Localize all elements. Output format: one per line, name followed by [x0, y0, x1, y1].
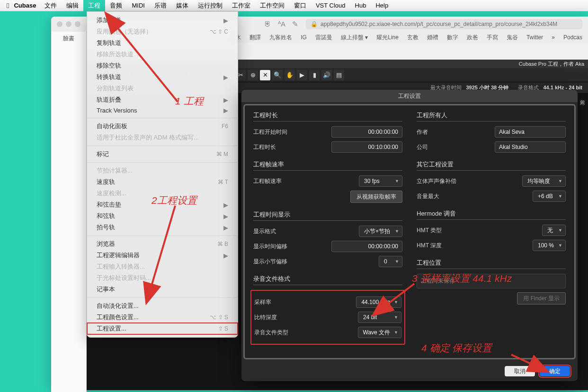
menu-item[interactable]: 自动淡化设置...: [87, 300, 238, 312]
glue-tool-icon[interactable]: ⊕: [248, 70, 258, 80]
lock-icon: 🔒: [311, 21, 318, 27]
menu-edit[interactable]: 编辑: [62, 0, 83, 12]
bookmark-item[interactable]: 玄教: [407, 34, 419, 42]
play-tool-icon[interactable]: ▶: [297, 70, 307, 80]
menu-item[interactable]: 工程设置...⇧ S: [87, 323, 238, 334]
menu-item[interactable]: 工程逻辑编辑器▶: [87, 250, 238, 261]
bookmark-item[interactable]: 婚禮: [427, 34, 438, 42]
menu-item[interactable]: 自动化面板F6: [87, 121, 238, 132]
start-time-input[interactable]: 00:00:00:00: [331, 126, 402, 138]
speaker-icon[interactable]: 🔊: [321, 70, 332, 80]
cancel-button[interactable]: 取消: [505, 366, 535, 376]
menu-score[interactable]: 乐谱: [150, 0, 171, 12]
menu-vstcloud[interactable]: VST Cloud: [311, 0, 350, 11]
annotation-1: 1 工程: [175, 95, 204, 108]
bar-offset-input[interactable]: 0▼: [379, 256, 402, 267]
menu-item[interactable]: 和弦轨▶: [87, 210, 238, 222]
bookmark-item[interactable]: 手寫: [487, 34, 498, 42]
menu-midi[interactable]: MIDI: [127, 0, 149, 11]
bookmark-item[interactable]: 鬼谷: [507, 34, 518, 42]
bookmark-chevron-icon[interactable]: »: [552, 34, 555, 41]
menu-item[interactable]: 转换轨道▶: [87, 71, 238, 83]
length-input[interactable]: 00:10:00:00: [331, 141, 402, 153]
hmt-type-label: HMT 类型: [417, 226, 442, 235]
shield-icon[interactable]: ⛨: [264, 20, 271, 28]
menu-file[interactable]: 文件: [40, 0, 62, 12]
text-size-icon[interactable]: ᴬA: [278, 20, 285, 28]
section-timedisplay: 工程时间显示: [253, 210, 402, 221]
menu-item[interactable]: Track Versions▶: [87, 105, 238, 115]
pan-law-select[interactable]: 均等响度▼: [522, 175, 566, 187]
file-type-select[interactable]: Wave 文件▼: [358, 327, 401, 338]
menu-item[interactable]: 浏览器⌘ B: [87, 238, 238, 250]
project-settings-dialog: 工程设置 工程时长 工程开始时间00:00:00:00 工程时长00:10:00…: [241, 90, 578, 381]
menu-item[interactable]: 速度轨⌘ T: [87, 176, 238, 188]
menu-item[interactable]: 拍号轨▶: [87, 222, 238, 233]
hmt-depth-select[interactable]: 100 %▼: [533, 240, 566, 251]
bookmark-item[interactable]: 翻譯: [249, 34, 261, 42]
zoom-tool-icon[interactable]: 🔍: [272, 70, 283, 80]
menu-item[interactable]: 标记⌘ M: [87, 148, 238, 160]
annotation-3: 3 采样率设置 44.1 kHz: [412, 272, 512, 285]
display-fmt-select[interactable]: 小节+节拍▼: [359, 226, 402, 237]
bookmark-item[interactable]: 耀光Line: [376, 34, 399, 42]
menu-item[interactable]: 移除空轨: [87, 60, 238, 71]
show-in-finder-button: 用 Finder 显示: [517, 292, 566, 305]
menu-help[interactable]: Help: [371, 0, 393, 11]
file-type-label: 录音文件类型: [254, 329, 288, 337]
color-tool-icon[interactable]: ▮: [309, 70, 320, 80]
hmt-type-select[interactable]: 无▼: [542, 225, 566, 236]
bookmark-item[interactable]: 雷諾曼: [315, 34, 332, 42]
bit-depth-select[interactable]: 24 bit▼: [358, 312, 401, 323]
section-recfile: 录音文件格式: [253, 275, 402, 285]
evernote-icon[interactable]: ✎: [292, 20, 298, 28]
tool-icon[interactable]: ▤: [334, 70, 344, 80]
menu-item: 适用于杜比全景声的 ADM 格式编写...: [87, 132, 238, 143]
bookmark-item[interactable]: IG: [301, 34, 307, 41]
app-name[interactable]: Cubase: [14, 2, 36, 9]
sidebar-bookmark[interactable]: 臉書: [51, 32, 86, 45]
get-from-video-button[interactable]: 从视频获取帧率: [350, 191, 402, 203]
menu-item: 分割轨道列表: [87, 83, 238, 94]
menu-item[interactable]: 工程颜色设置...⌥ ⇧ S: [87, 312, 238, 323]
window-controls[interactable]: [57, 21, 80, 27]
display-fmt-label: 显示格式: [253, 227, 276, 235]
mute-tool-icon[interactable]: ✕: [260, 70, 270, 80]
bookmark-item[interactable]: Twitter: [526, 34, 543, 41]
hand-tool-icon[interactable]: ✋: [285, 70, 295, 80]
section-hermode: Hermode 调音: [417, 209, 566, 220]
menu-item[interactable]: 记事本: [87, 284, 238, 295]
menu-studio[interactable]: 工作室: [227, 0, 255, 12]
menu-item[interactable]: 轨道折叠▶: [87, 94, 238, 105]
fps-select[interactable]: 30 fps▼: [359, 175, 402, 187]
menu-audio[interactable]: 音频: [105, 0, 127, 12]
bookmark-item[interactable]: 數字: [447, 34, 458, 42]
bookmark-item[interactable]: 九客姓名: [269, 34, 292, 42]
bookmark-item[interactable]: 政爸: [467, 34, 478, 42]
sample-rate-select[interactable]: 44.100 kHz▼: [356, 296, 401, 308]
max-vol-select[interactable]: +6 dB▼: [533, 191, 566, 202]
time-offset-input[interactable]: 00:00:00:00: [331, 241, 402, 252]
annotation-4: 4 确定 保存设置: [421, 341, 492, 355]
menu-item: 应用颜色（无选择）⌥ ⇧ C: [87, 26, 238, 37]
address-bar[interactable]: 🔒 app8epdhy0u9502.pc.xiaoe-tech.com/p/t_…: [306, 19, 582, 29]
menu-item[interactable]: 添加轨道▶: [87, 15, 238, 26]
bookmark-item[interactable]: Podcas: [563, 34, 582, 41]
bookmark-item[interactable]: 線上排盤 ▾: [341, 34, 368, 42]
menu-media[interactable]: 媒体: [171, 0, 193, 12]
menu-item: 于光标处设置时码...: [87, 272, 238, 284]
section-duration: 工程时长: [253, 111, 402, 122]
menu-workspace[interactable]: 工作空间: [255, 0, 289, 12]
menu-project[interactable]: 工程: [83, 0, 105, 12]
dialog-title: 工程设置: [241, 90, 578, 102]
menu-item: 工程输入转换器...: [87, 261, 238, 272]
menu-hub[interactable]: Hub: [350, 0, 371, 11]
menu-item[interactable]: 复制轨道: [87, 37, 238, 49]
project-menu-dropdown: 添加轨道▶应用颜色（无选择）⌥ ⇧ C复制轨道移除所选轨道移除空轨转换轨道▶分割…: [87, 11, 238, 338]
company-input[interactable]: Akal Studio: [495, 141, 566, 153]
menu-transport[interactable]: 运行控制: [193, 0, 227, 12]
ok-button[interactable]: 确定: [540, 366, 570, 376]
menu-item: 节拍计算器...: [87, 165, 238, 176]
author-input[interactable]: Akal Seva: [495, 126, 566, 138]
menu-window[interactable]: 窗口: [289, 0, 311, 12]
